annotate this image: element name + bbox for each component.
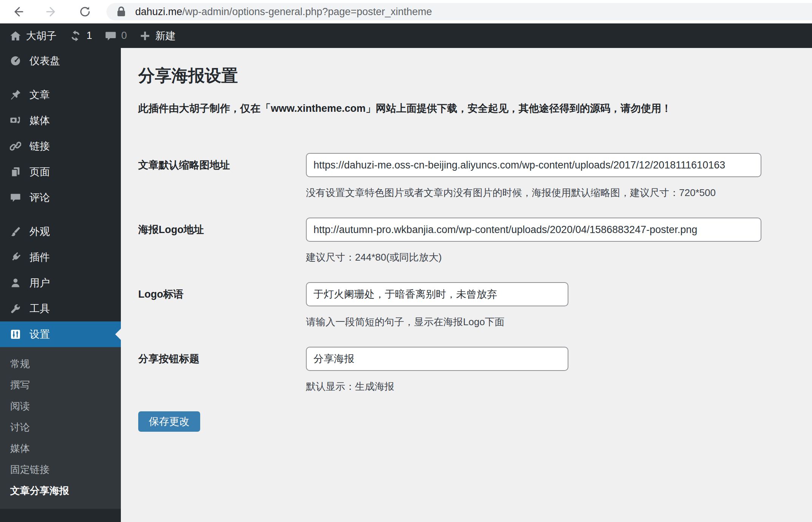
current-menu-arrow bbox=[115, 329, 121, 340]
sidebar-item-label: 仪表盘 bbox=[29, 54, 60, 68]
sidebar-item-dashboard[interactable]: 仪表盘 bbox=[0, 48, 121, 74]
admin-bar-site-name: 大胡子 bbox=[26, 29, 57, 43]
sidebar-filler bbox=[0, 509, 121, 522]
default-thumbnail-url-input[interactable] bbox=[306, 153, 761, 177]
sidebar-item-pages[interactable]: 页面 bbox=[0, 159, 121, 185]
sidebar-item-links[interactable]: 链接 bbox=[0, 133, 121, 159]
sidebar-item-label: 链接 bbox=[29, 139, 50, 153]
form-row-share-button-title: 分享按钮标题 默认显示：生成海报 bbox=[138, 347, 797, 393]
field-wrap: 默认显示：生成海报 bbox=[306, 347, 797, 393]
comments-icon bbox=[105, 30, 116, 42]
settings-icon bbox=[10, 329, 21, 340]
sidebar-item-tools[interactable]: 工具 bbox=[0, 296, 121, 321]
field-label: 分享按钮标题 bbox=[138, 347, 306, 371]
field-helper: 建议尺寸：244*80(或同比放大) bbox=[306, 251, 797, 264]
browser-toolbar: dahuzi.me/wp-admin/options-general.php?p… bbox=[0, 0, 812, 23]
page-title: 分享海报设置 bbox=[138, 65, 797, 86]
submenu-item-permalinks[interactable]: 固定链接 bbox=[0, 459, 121, 480]
field-label: 海报Logo地址 bbox=[138, 218, 306, 242]
sidebar-item-media[interactable]: 媒体 bbox=[0, 108, 121, 133]
media-icon bbox=[10, 115, 21, 126]
plug-icon bbox=[10, 252, 21, 263]
submenu-item-media[interactable]: 媒体 bbox=[0, 438, 121, 459]
comment-count: 0 bbox=[121, 30, 127, 42]
sidebar-item-label: 工具 bbox=[29, 302, 50, 315]
field-helper: 没有设置文章特色图片或者文章内没有图片的时候，海报使用默认缩略图，建议尺寸：72… bbox=[306, 186, 797, 199]
sidebar-item-label: 插件 bbox=[29, 250, 50, 264]
updates-icon bbox=[69, 30, 82, 42]
sidebar-item-appearance[interactable]: 外观 bbox=[0, 219, 121, 244]
settings-submenu: 常规 撰写 阅读 讨论 媒体 固定链接 文章分享海报 bbox=[0, 347, 121, 509]
sidebar-item-users[interactable]: 用户 bbox=[0, 270, 121, 296]
url-path: /wp-admin/options-general.php?page=poste… bbox=[182, 6, 432, 17]
link-icon bbox=[10, 141, 21, 152]
submenu-item-general[interactable]: 常规 bbox=[0, 353, 121, 374]
sidebar-item-label: 媒体 bbox=[29, 114, 50, 127]
save-row: 保存更改 bbox=[138, 411, 797, 432]
settings-form: 文章默认缩略图地址 没有设置文章特色图片或者文章内没有图片的时候，海报使用默认缩… bbox=[138, 153, 797, 432]
submenu-item-discussion[interactable]: 讨论 bbox=[0, 417, 121, 438]
form-row-logo-url: 海报Logo地址 建议尺寸：244*80(或同比放大) bbox=[138, 218, 797, 264]
comment-icon bbox=[10, 192, 21, 203]
submenu-item-reading[interactable]: 阅读 bbox=[0, 395, 121, 417]
sidebar-item-label: 文章 bbox=[29, 88, 50, 102]
sidebar-item-label: 页面 bbox=[29, 165, 50, 179]
sidebar-item-label: 评论 bbox=[29, 191, 50, 204]
form-row-logo-slogan: Logo标语 请输入一段简短的句子，显示在海报Logo下面 bbox=[138, 282, 797, 329]
sidebar-item-label: 外观 bbox=[29, 225, 50, 238]
sidebar-item-comments[interactable]: 评论 bbox=[0, 185, 121, 210]
browser-forward-icon[interactable] bbox=[45, 5, 58, 18]
brush-icon bbox=[10, 226, 21, 237]
field-wrap: 建议尺寸：244*80(或同比放大) bbox=[306, 218, 797, 264]
plus-icon bbox=[140, 31, 150, 41]
user-icon bbox=[10, 277, 21, 289]
dashboard-icon bbox=[10, 55, 21, 66]
field-helper: 请输入一段简短的句子，显示在海报Logo下面 bbox=[306, 315, 797, 329]
url-host: dahuzi.me bbox=[135, 6, 182, 17]
home-icon bbox=[10, 30, 21, 42]
admin-bar-new-label: 新建 bbox=[155, 29, 176, 43]
admin-bar-updates[interactable]: 1 bbox=[63, 23, 99, 48]
admin-sidebar: 仪表盘 文章 媒体 链接 页面 bbox=[0, 48, 121, 522]
form-row-thumbnail: 文章默认缩略图地址 没有设置文章特色图片或者文章内没有图片的时候，海报使用默认缩… bbox=[138, 153, 797, 199]
admin-bar-new[interactable]: 新建 bbox=[133, 23, 182, 48]
url-text: dahuzi.me/wp-admin/options-general.php?p… bbox=[135, 6, 432, 18]
page-description: 此插件由大胡子制作，仅在「www.xintheme.com」网站上面提供下载，安… bbox=[138, 102, 797, 115]
field-wrap: 没有设置文章特色图片或者文章内没有图片的时候，海报使用默认缩略图，建议尺寸：72… bbox=[306, 153, 797, 199]
wrench-icon bbox=[10, 303, 21, 314]
field-wrap: 请输入一段简短的句子，显示在海报Logo下面 bbox=[306, 282, 797, 329]
save-button[interactable]: 保存更改 bbox=[138, 411, 200, 432]
browser-reload-icon[interactable] bbox=[79, 5, 91, 18]
sidebar-item-label: 设置 bbox=[29, 327, 50, 341]
share-button-title-input[interactable] bbox=[306, 347, 568, 371]
main-content: 分享海报设置 此插件由大胡子制作，仅在「www.xintheme.com」网站上… bbox=[121, 48, 812, 522]
update-count: 1 bbox=[86, 30, 92, 42]
field-helper: 默认显示：生成海报 bbox=[306, 380, 797, 393]
admin-bar-comments[interactable]: 0 bbox=[99, 23, 133, 48]
submenu-item-writing[interactable]: 撰写 bbox=[0, 374, 121, 395]
pages-icon bbox=[10, 166, 21, 178]
submenu-item-poster[interactable]: 文章分享海报 bbox=[0, 480, 121, 501]
browser-back-icon[interactable] bbox=[11, 5, 24, 18]
field-label: 文章默认缩略图地址 bbox=[138, 153, 306, 177]
wp-admin-bar: 大胡子 1 0 新建 bbox=[0, 23, 812, 48]
logo-slogan-input[interactable] bbox=[306, 282, 568, 306]
sidebar-item-posts[interactable]: 文章 bbox=[0, 82, 121, 108]
field-label: Logo标语 bbox=[138, 282, 306, 306]
sidebar-item-label: 用户 bbox=[29, 276, 50, 290]
poster-logo-url-input[interactable] bbox=[306, 218, 761, 242]
address-bar[interactable]: dahuzi.me/wp-admin/options-general.php?p… bbox=[107, 3, 812, 20]
lock-icon[interactable] bbox=[116, 6, 126, 17]
screen: dahuzi.me/wp-admin/options-general.php?p… bbox=[0, 0, 812, 522]
pushpin-icon bbox=[10, 89, 21, 100]
sidebar-item-settings[interactable]: 设置 bbox=[0, 321, 121, 347]
sidebar-item-plugins[interactable]: 插件 bbox=[0, 244, 121, 270]
admin-bar-site[interactable]: 大胡子 bbox=[0, 23, 63, 48]
